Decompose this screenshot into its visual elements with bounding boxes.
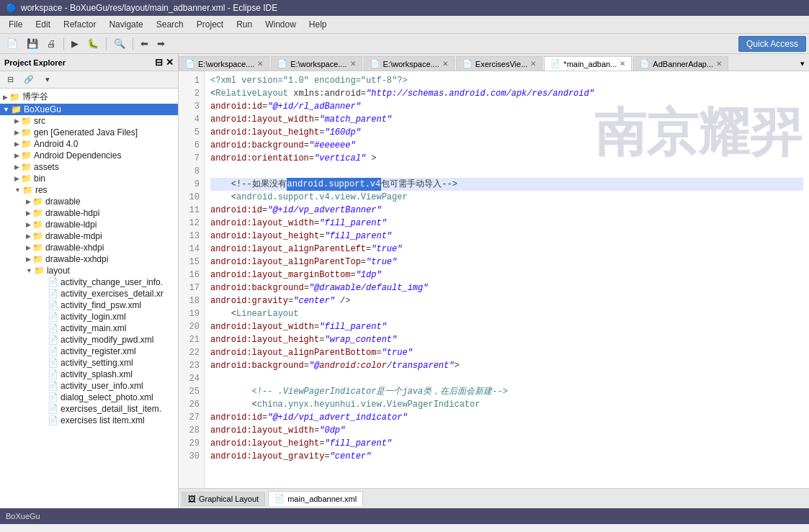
xml-label: main_adbanner.xml xyxy=(287,495,357,503)
menu-search[interactable]: Search xyxy=(151,17,189,32)
tree-item[interactable]: ▶📁src xyxy=(0,115,178,127)
tab-5[interactable]: 📄 AdBannerAdap... ✕ xyxy=(633,56,728,71)
tab-2[interactable]: 📄 E:\workspace.... ✕ xyxy=(364,56,455,71)
tree-arrow[interactable]: ▶ xyxy=(26,233,31,240)
code-line xyxy=(210,165,803,178)
tree-arrow[interactable]: ▶ xyxy=(14,175,19,182)
tree-item[interactable]: 📄activity_register.xml xyxy=(0,346,178,357)
tree-file-icon: 📄 xyxy=(48,415,58,425)
menu-refactor[interactable]: Refactor xyxy=(58,17,102,32)
tree-item[interactable]: 📄activity_exercises_detail.xr xyxy=(0,288,178,299)
tree-file-icon: 📄 xyxy=(48,381,58,391)
quick-access-button[interactable]: Quick Access xyxy=(738,36,806,52)
toolbar-save[interactable]: 💾 xyxy=(23,36,42,51)
menu-help[interactable]: Help xyxy=(303,17,333,32)
tab-close-1[interactable]: ✕ xyxy=(350,60,356,68)
menu-window[interactable]: Window xyxy=(259,17,302,32)
tab-close-3[interactable]: ✕ xyxy=(530,60,536,68)
tree-item[interactable]: ▶📁bin xyxy=(0,173,178,184)
tree-arrow[interactable]: ▶ xyxy=(26,209,31,217)
toolbar-print[interactable]: 🖨 xyxy=(43,36,60,51)
tree-arrow[interactable]: ▶ xyxy=(26,198,31,205)
toolbar-forward[interactable]: ➡ xyxy=(153,36,169,51)
tab-overflow[interactable]: ▾ xyxy=(796,57,809,71)
status-text: BoXueGu xyxy=(6,512,40,520)
tree-item-label: drawable-ldpi xyxy=(45,220,97,230)
tree-item[interactable]: 📄exercises_detail_list_item. xyxy=(0,403,178,415)
menu-edit[interactable]: Edit xyxy=(30,17,56,32)
tree-item[interactable]: ▼📁layout xyxy=(0,265,178,276)
tree-item[interactable]: 📄dialog_select_photo.xml xyxy=(0,392,178,403)
tree-item[interactable]: 📄activity_change_user_info. xyxy=(0,276,178,288)
close-sidebar-icon[interactable]: ✕ xyxy=(166,57,174,68)
tree-arrow[interactable]: ▶ xyxy=(14,152,19,159)
collapse-icon[interactable]: ⊟ xyxy=(155,57,163,68)
tree-item[interactable]: 📄activity_setting.xml xyxy=(0,357,178,369)
toolbar-run[interactable]: ▶ xyxy=(68,36,82,51)
tree-item[interactable]: ▼📁res xyxy=(0,184,178,196)
tab-close-2[interactable]: ✕ xyxy=(442,60,448,68)
tree-item-label: activity_change_user_info. xyxy=(61,277,163,287)
tree-item[interactable]: ▶📁drawable-xhdpi xyxy=(0,242,178,253)
toolbar-debug[interactable]: 🐛 xyxy=(84,36,102,51)
sidebar-toolbar: ⊟ 🔗 ▾ xyxy=(0,71,178,89)
tree-item[interactable]: 📄activity_user_info.xml xyxy=(0,380,178,392)
sidebar-collapse-btn[interactable]: ⊟ xyxy=(3,73,17,86)
tree-item[interactable]: ▶📁drawable-ldpi xyxy=(0,219,178,230)
tree-item[interactable]: 📄exercises list item.xml xyxy=(0,415,178,426)
code-content[interactable]: <?xml version="1.0" encoding="utf-8"?><R… xyxy=(205,71,809,488)
tree-arrow[interactable]: ▶ xyxy=(3,94,8,101)
code-line: android:layout_alignParentLeft="true" xyxy=(210,243,803,256)
tree-arrow[interactable]: ▶ xyxy=(26,256,31,263)
tree-item[interactable]: 📄activity_modify_pwd.xml xyxy=(0,334,178,346)
tree-item[interactable]: ▶📁Android 4.0 xyxy=(0,138,178,150)
menu-project[interactable]: Project xyxy=(191,17,229,32)
tree-item[interactable]: 📄activity_splash.xml xyxy=(0,369,178,380)
tree-item[interactable]: ▼📁BoXueGu xyxy=(0,104,178,115)
code-line: <!-- .ViewPagerIndicator是一个java类，在后面会新建-… xyxy=(210,385,803,398)
toolbar-new[interactable]: 📄 xyxy=(3,36,22,51)
tree-item[interactable]: ▶📁drawable-xxhdpi xyxy=(0,253,178,265)
tree-item-label: drawable-mdpi xyxy=(45,231,102,241)
bottom-tab-xml[interactable]: 📄 main_adbanner.xml xyxy=(268,491,363,506)
tree-arrow[interactable]: ▼ xyxy=(3,106,9,113)
menu-file[interactable]: File xyxy=(3,17,28,32)
tree-arrow[interactable]: ▶ xyxy=(14,163,19,171)
line-number: 29 xyxy=(183,437,200,450)
tree-arrow[interactable]: ▶ xyxy=(26,221,31,228)
tree-item[interactable]: 📄activity_find_psw.xml xyxy=(0,299,178,311)
tab-3[interactable]: 📄 ExercisesVie... ✕ xyxy=(456,56,543,71)
tree-arrow[interactable]: ▼ xyxy=(26,267,32,274)
tab-close-4[interactable]: ✕ xyxy=(620,60,625,68)
tree-item[interactable]: 📄activity_login.xml xyxy=(0,311,178,323)
tree-item[interactable]: ▶📁博学谷 xyxy=(0,90,178,104)
toolbar-search[interactable]: 🔍 xyxy=(110,36,129,51)
tab-close-0[interactable]: ✕ xyxy=(257,60,263,68)
sidebar-link-btn[interactable]: 🔗 xyxy=(20,73,37,86)
code-area: 1234567891011121314151617181920212223242… xyxy=(179,71,809,488)
tree-arrow[interactable]: ▼ xyxy=(14,186,21,194)
bottom-tab-graphical[interactable]: 🖼 Graphical Layout xyxy=(182,492,265,506)
tab-1[interactable]: 📄 E:\workspace.... ✕ xyxy=(271,56,362,71)
line-numbers: 1234567891011121314151617181920212223242… xyxy=(179,71,205,488)
tree-item[interactable]: ▶📁Android Dependencies xyxy=(0,150,178,161)
tree-item[interactable]: 📄activity_main.xml xyxy=(0,323,178,334)
tree-item[interactable]: ▶📁assets xyxy=(0,161,178,173)
tree-item[interactable]: ▶📁drawable xyxy=(0,196,178,207)
line-number: 18 xyxy=(183,294,200,307)
menu-run[interactable]: Run xyxy=(231,17,258,32)
tree-arrow[interactable]: ▶ xyxy=(26,244,31,251)
code-line: android:id="@+id/vpi_advert_indicator" xyxy=(210,411,803,424)
tree-arrow[interactable]: ▶ xyxy=(14,129,19,136)
tree-item[interactable]: ▶📁gen [Generated Java Files] xyxy=(0,127,178,138)
toolbar-back[interactable]: ⬅ xyxy=(137,36,152,51)
tab-0[interactable]: 📄 E:\workspace.... ✕ xyxy=(179,56,269,71)
tab-4[interactable]: 📄 *main_adban... ✕ xyxy=(544,56,632,71)
tab-close-5[interactable]: ✕ xyxy=(716,60,722,68)
tree-item[interactable]: ▶📁drawable-mdpi xyxy=(0,230,178,242)
tree-arrow[interactable]: ▶ xyxy=(14,117,19,125)
menu-navigate[interactable]: Navigate xyxy=(103,17,148,32)
sidebar-menu-btn[interactable]: ▾ xyxy=(40,73,55,86)
tree-item[interactable]: ▶📁drawable-hdpi xyxy=(0,207,178,219)
tree-arrow[interactable]: ▶ xyxy=(14,140,19,148)
